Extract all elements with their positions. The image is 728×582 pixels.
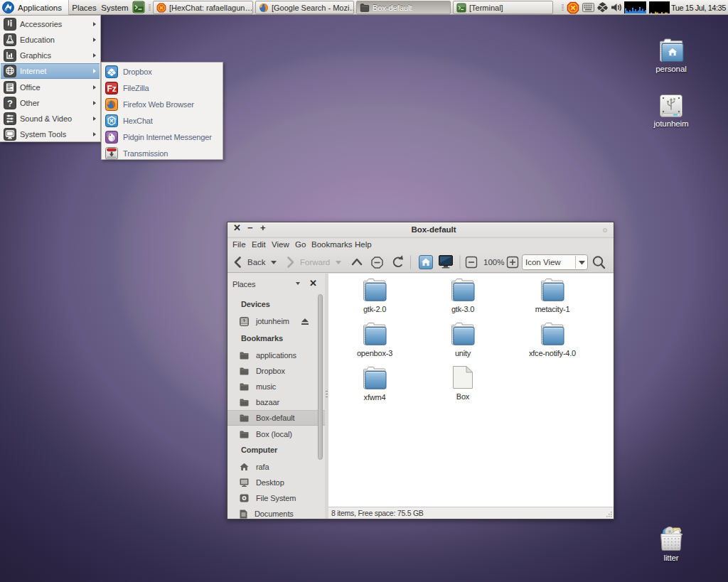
svg-text:Back: Back xyxy=(247,258,266,266)
svg-text:Forward: Forward xyxy=(300,258,330,266)
svg-text:100%: 100% xyxy=(483,258,504,266)
svg-text:Icon View: Icon View xyxy=(525,258,561,266)
svg-text:Fz: Fz xyxy=(107,83,116,93)
svg-text:?: ? xyxy=(7,98,13,109)
